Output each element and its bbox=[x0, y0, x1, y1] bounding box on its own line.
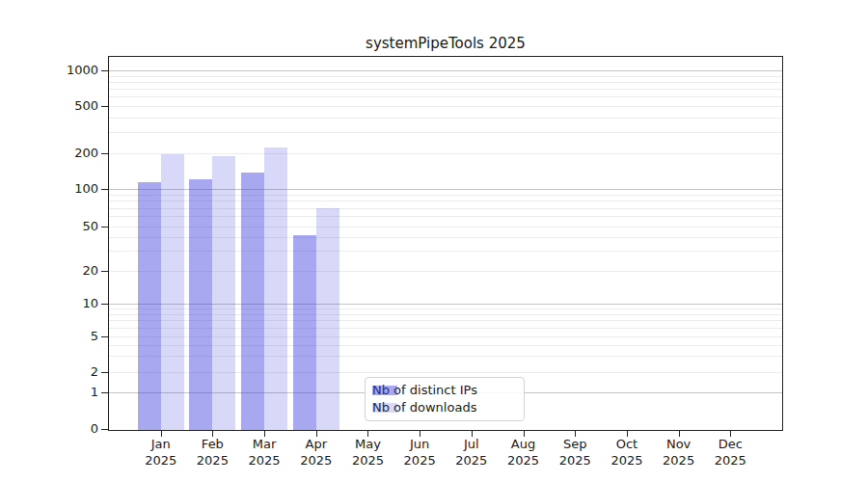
bar-downloads-apr bbox=[316, 208, 339, 430]
bar-distinct-ips-mar bbox=[241, 173, 264, 430]
legend-row-distinct-ips: Nb of distinct IPs bbox=[372, 383, 516, 398]
y-tick-mark bbox=[101, 271, 108, 272]
y-tick-label: 200 bbox=[0, 146, 98, 161]
figure: systemPipeTools 2025 0125102050100200500… bbox=[0, 0, 868, 482]
y-tick-mark bbox=[101, 372, 108, 373]
y-tick-label: 5 bbox=[0, 329, 98, 344]
y-tick-mark bbox=[101, 392, 108, 393]
y-tick-mark bbox=[101, 429, 108, 430]
gridline-minor bbox=[109, 96, 782, 97]
y-tick-label: 50 bbox=[0, 219, 98, 234]
gridline-minor bbox=[109, 106, 782, 107]
gridline-minor bbox=[109, 82, 782, 83]
legend-swatch-downloads bbox=[372, 403, 397, 413]
bar-distinct-ips-apr bbox=[293, 235, 316, 430]
y-tick-mark bbox=[101, 227, 108, 228]
y-tick-label: 1 bbox=[0, 385, 98, 400]
x-tick-label: Dec 2025 bbox=[699, 436, 761, 469]
legend-swatch-distinct-ips bbox=[372, 386, 397, 395]
bar-downloads-feb bbox=[212, 156, 235, 430]
y-tick-label: 2 bbox=[0, 364, 98, 380]
y-tick-mark bbox=[101, 336, 108, 337]
y-tick-mark bbox=[101, 106, 108, 107]
legend-row-downloads: Nb of downloads bbox=[372, 400, 516, 415]
legend: Nb of distinct IPs Nb of downloads bbox=[365, 377, 525, 421]
bar-downloads-jan bbox=[161, 154, 184, 430]
y-tick-label: 0 bbox=[0, 421, 98, 437]
y-tick-mark bbox=[101, 189, 108, 190]
gridline-minor bbox=[109, 89, 782, 90]
gridline-major bbox=[109, 70, 782, 71]
y-tick-mark bbox=[101, 153, 108, 154]
y-tick-label: 20 bbox=[0, 263, 98, 279]
y-tick-label: 10 bbox=[0, 296, 98, 311]
y-tick-mark bbox=[101, 304, 108, 305]
plot-area bbox=[108, 56, 783, 431]
y-tick-label: 1000 bbox=[0, 63, 98, 78]
gridline-minor bbox=[109, 118, 782, 119]
bar-downloads-mar bbox=[264, 147, 287, 430]
gridline-minor bbox=[109, 153, 782, 154]
y-tick-label: 100 bbox=[0, 181, 98, 197]
bar-distinct-ips-feb bbox=[189, 179, 212, 430]
y-tick-label: 500 bbox=[0, 98, 98, 114]
bar-distinct-ips-jan bbox=[138, 182, 161, 430]
gridline-minor bbox=[109, 76, 782, 77]
chart-title: systemPipeTools 2025 bbox=[108, 35, 783, 52]
y-tick-mark bbox=[101, 70, 108, 71]
gridline-minor bbox=[109, 132, 782, 133]
